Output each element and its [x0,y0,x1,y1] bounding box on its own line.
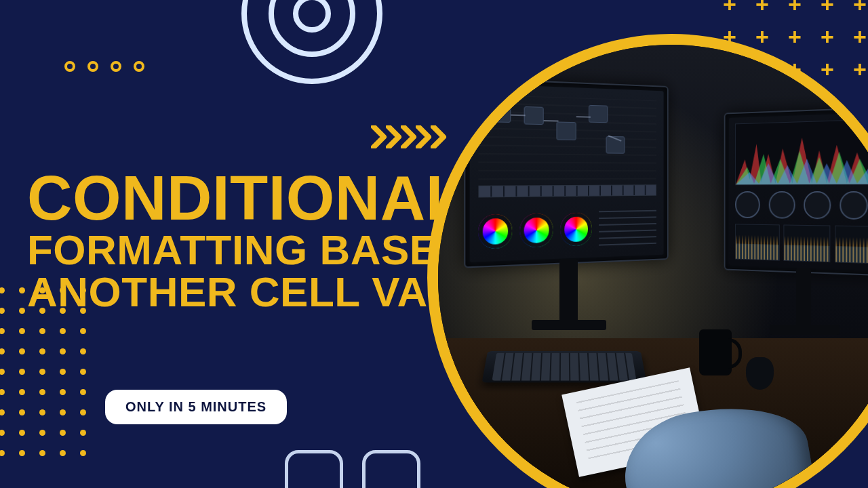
plus-icon: + [812,0,842,19]
small-circles-row [64,61,144,72]
rounded-square-icon [362,450,420,488]
waveform-row [735,224,868,264]
svg-point-2 [296,0,328,30]
color-wheels-panel [478,206,656,256]
dial-icon [804,192,831,220]
monitor-stand [796,268,811,329]
monitor-stand [559,259,578,324]
badge: Only in 5 Minutes [105,390,287,424]
rounded-square-outlines [285,450,420,488]
monitor-right [724,106,868,277]
hero-image [438,45,868,488]
plus-icon: + [780,0,810,19]
small-circle-icon [64,61,75,72]
small-circle-icon [87,61,98,72]
color-wheel-icon [560,213,592,247]
rgb-scopes-panel [735,119,868,186]
sliders-panel [599,210,656,246]
monitor-right-screen [729,113,868,270]
dials-row [735,192,868,220]
color-wheel-icon [520,214,553,248]
chevron-row [371,125,446,148]
small-circle-icon [111,61,121,72]
plus-icon: + [747,0,777,19]
chevron-right-icon [431,125,448,148]
plus-icon: + [812,22,842,52]
plus-icon: + [845,54,868,84]
plus-icon: + [845,22,868,52]
dial-icon [840,192,867,220]
plus-icon: + [845,0,868,19]
monitor-left [464,77,668,268]
mug [699,329,732,376]
small-circle-icon [134,61,144,72]
monitor-base [532,320,606,330]
plus-icon: + [715,0,745,19]
monitor-left-screen [470,83,663,262]
waveform-panel [784,225,831,263]
dial-icon [735,192,760,219]
monitor-base [770,325,840,335]
rounded-square-icon [285,450,343,488]
dial-icon [769,192,795,219]
waveform-panel [835,226,868,264]
plus-icon: + [812,54,842,84]
thumbnail-strip [478,184,656,198]
waveform-panel [735,224,780,261]
svg-point-0 [244,0,380,81]
thumbnail-canvas: + + + + + + + + + + + + + + + Conditiona… [0,0,868,488]
dot-grid-decor [0,282,91,461]
plus-icon: + [780,22,810,52]
concentric-circles-decor [237,0,387,88]
node-graph-panel [478,94,656,180]
keyboard [481,352,646,383]
color-wheel-icon [478,214,512,249]
hero-image-circle [427,34,868,488]
